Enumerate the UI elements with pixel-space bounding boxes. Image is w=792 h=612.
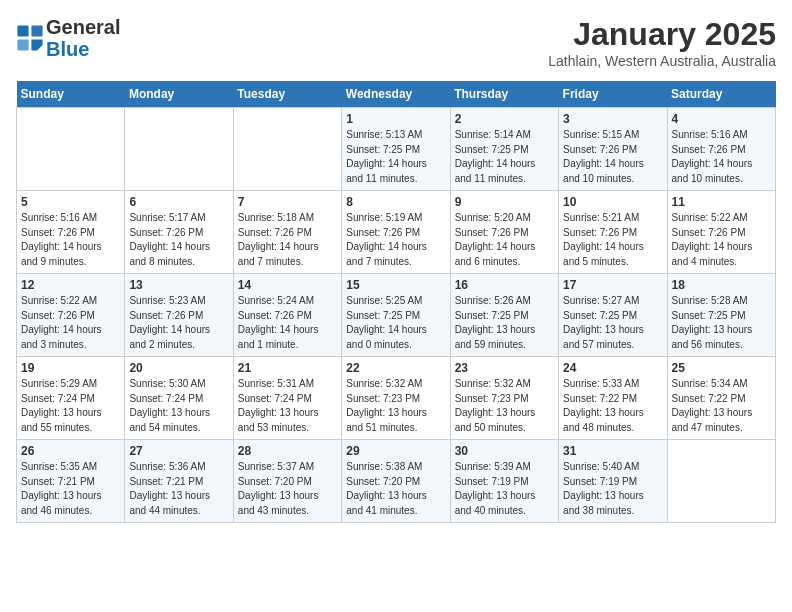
calendar-week-5: 26Sunrise: 5:35 AMSunset: 7:21 PMDayligh… xyxy=(17,440,776,523)
logo-blue-text: Blue xyxy=(46,38,89,60)
calendar-cell: 17Sunrise: 5:27 AMSunset: 7:25 PMDayligh… xyxy=(559,274,667,357)
calendar-cell xyxy=(17,108,125,191)
day-info: Sunrise: 5:32 AMSunset: 7:23 PMDaylight:… xyxy=(346,377,445,435)
day-info: Sunrise: 5:13 AMSunset: 7:25 PMDaylight:… xyxy=(346,128,445,186)
calendar-cell: 13Sunrise: 5:23 AMSunset: 7:26 PMDayligh… xyxy=(125,274,233,357)
day-number: 27 xyxy=(129,444,228,458)
calendar-cell: 19Sunrise: 5:29 AMSunset: 7:24 PMDayligh… xyxy=(17,357,125,440)
day-info: Sunrise: 5:35 AMSunset: 7:21 PMDaylight:… xyxy=(21,460,120,518)
day-info: Sunrise: 5:28 AMSunset: 7:25 PMDaylight:… xyxy=(672,294,771,352)
weekday-header-saturday: Saturday xyxy=(667,81,775,108)
calendar-cell: 26Sunrise: 5:35 AMSunset: 7:21 PMDayligh… xyxy=(17,440,125,523)
day-number: 19 xyxy=(21,361,120,375)
day-info: Sunrise: 5:22 AMSunset: 7:26 PMDaylight:… xyxy=(21,294,120,352)
calendar-cell: 15Sunrise: 5:25 AMSunset: 7:25 PMDayligh… xyxy=(342,274,450,357)
day-info: Sunrise: 5:25 AMSunset: 7:25 PMDaylight:… xyxy=(346,294,445,352)
day-number: 20 xyxy=(129,361,228,375)
calendar-cell: 9Sunrise: 5:20 AMSunset: 7:26 PMDaylight… xyxy=(450,191,558,274)
day-number: 1 xyxy=(346,112,445,126)
day-number: 6 xyxy=(129,195,228,209)
calendar-week-4: 19Sunrise: 5:29 AMSunset: 7:24 PMDayligh… xyxy=(17,357,776,440)
day-info: Sunrise: 5:19 AMSunset: 7:26 PMDaylight:… xyxy=(346,211,445,269)
calendar-cell: 6Sunrise: 5:17 AMSunset: 7:26 PMDaylight… xyxy=(125,191,233,274)
calendar-cell: 12Sunrise: 5:22 AMSunset: 7:26 PMDayligh… xyxy=(17,274,125,357)
calendar-cell: 18Sunrise: 5:28 AMSunset: 7:25 PMDayligh… xyxy=(667,274,775,357)
day-info: Sunrise: 5:15 AMSunset: 7:26 PMDaylight:… xyxy=(563,128,662,186)
day-number: 2 xyxy=(455,112,554,126)
day-info: Sunrise: 5:38 AMSunset: 7:20 PMDaylight:… xyxy=(346,460,445,518)
calendar-cell: 10Sunrise: 5:21 AMSunset: 7:26 PMDayligh… xyxy=(559,191,667,274)
calendar-cell: 31Sunrise: 5:40 AMSunset: 7:19 PMDayligh… xyxy=(559,440,667,523)
day-info: Sunrise: 5:22 AMSunset: 7:26 PMDaylight:… xyxy=(672,211,771,269)
day-info: Sunrise: 5:39 AMSunset: 7:19 PMDaylight:… xyxy=(455,460,554,518)
location-title: Lathlain, Western Australia, Australia xyxy=(548,53,776,69)
month-title: January 2025 xyxy=(548,16,776,53)
logo: General Blue xyxy=(16,16,120,60)
day-number: 10 xyxy=(563,195,662,209)
day-number: 28 xyxy=(238,444,337,458)
day-number: 25 xyxy=(672,361,771,375)
day-number: 14 xyxy=(238,278,337,292)
weekday-header-row: SundayMondayTuesdayWednesdayThursdayFrid… xyxy=(17,81,776,108)
day-number: 8 xyxy=(346,195,445,209)
calendar-cell: 30Sunrise: 5:39 AMSunset: 7:19 PMDayligh… xyxy=(450,440,558,523)
calendar-cell: 11Sunrise: 5:22 AMSunset: 7:26 PMDayligh… xyxy=(667,191,775,274)
calendar-cell: 5Sunrise: 5:16 AMSunset: 7:26 PMDaylight… xyxy=(17,191,125,274)
calendar-week-3: 12Sunrise: 5:22 AMSunset: 7:26 PMDayligh… xyxy=(17,274,776,357)
day-info: Sunrise: 5:27 AMSunset: 7:25 PMDaylight:… xyxy=(563,294,662,352)
title-block: January 2025 Lathlain, Western Australia… xyxy=(548,16,776,69)
day-number: 26 xyxy=(21,444,120,458)
calendar-cell: 22Sunrise: 5:32 AMSunset: 7:23 PMDayligh… xyxy=(342,357,450,440)
day-number: 11 xyxy=(672,195,771,209)
calendar-cell: 29Sunrise: 5:38 AMSunset: 7:20 PMDayligh… xyxy=(342,440,450,523)
day-info: Sunrise: 5:23 AMSunset: 7:26 PMDaylight:… xyxy=(129,294,228,352)
day-number: 18 xyxy=(672,278,771,292)
day-number: 22 xyxy=(346,361,445,375)
svg-rect-0 xyxy=(17,25,28,36)
calendar-cell: 23Sunrise: 5:32 AMSunset: 7:23 PMDayligh… xyxy=(450,357,558,440)
day-info: Sunrise: 5:32 AMSunset: 7:23 PMDaylight:… xyxy=(455,377,554,435)
svg-rect-1 xyxy=(31,25,42,36)
day-info: Sunrise: 5:30 AMSunset: 7:24 PMDaylight:… xyxy=(129,377,228,435)
day-info: Sunrise: 5:37 AMSunset: 7:20 PMDaylight:… xyxy=(238,460,337,518)
weekday-header-sunday: Sunday xyxy=(17,81,125,108)
calendar-cell: 24Sunrise: 5:33 AMSunset: 7:22 PMDayligh… xyxy=(559,357,667,440)
day-info: Sunrise: 5:14 AMSunset: 7:25 PMDaylight:… xyxy=(455,128,554,186)
calendar-cell: 4Sunrise: 5:16 AMSunset: 7:26 PMDaylight… xyxy=(667,108,775,191)
logo-general-text: General xyxy=(46,16,120,38)
logo-icon xyxy=(16,24,44,52)
page-header: General Blue January 2025 Lathlain, West… xyxy=(16,16,776,69)
day-info: Sunrise: 5:31 AMSunset: 7:24 PMDaylight:… xyxy=(238,377,337,435)
day-info: Sunrise: 5:17 AMSunset: 7:26 PMDaylight:… xyxy=(129,211,228,269)
day-number: 21 xyxy=(238,361,337,375)
day-info: Sunrise: 5:29 AMSunset: 7:24 PMDaylight:… xyxy=(21,377,120,435)
calendar-cell: 27Sunrise: 5:36 AMSunset: 7:21 PMDayligh… xyxy=(125,440,233,523)
calendar-cell: 28Sunrise: 5:37 AMSunset: 7:20 PMDayligh… xyxy=(233,440,341,523)
day-info: Sunrise: 5:26 AMSunset: 7:25 PMDaylight:… xyxy=(455,294,554,352)
calendar-cell xyxy=(233,108,341,191)
calendar-cell: 20Sunrise: 5:30 AMSunset: 7:24 PMDayligh… xyxy=(125,357,233,440)
day-info: Sunrise: 5:21 AMSunset: 7:26 PMDaylight:… xyxy=(563,211,662,269)
weekday-header-tuesday: Tuesday xyxy=(233,81,341,108)
weekday-header-monday: Monday xyxy=(125,81,233,108)
day-number: 9 xyxy=(455,195,554,209)
calendar-cell xyxy=(667,440,775,523)
calendar-week-2: 5Sunrise: 5:16 AMSunset: 7:26 PMDaylight… xyxy=(17,191,776,274)
svg-rect-2 xyxy=(17,39,28,50)
calendar-cell: 14Sunrise: 5:24 AMSunset: 7:26 PMDayligh… xyxy=(233,274,341,357)
day-number: 5 xyxy=(21,195,120,209)
day-number: 24 xyxy=(563,361,662,375)
calendar-cell: 25Sunrise: 5:34 AMSunset: 7:22 PMDayligh… xyxy=(667,357,775,440)
day-info: Sunrise: 5:36 AMSunset: 7:21 PMDaylight:… xyxy=(129,460,228,518)
day-number: 4 xyxy=(672,112,771,126)
day-info: Sunrise: 5:20 AMSunset: 7:26 PMDaylight:… xyxy=(455,211,554,269)
day-info: Sunrise: 5:16 AMSunset: 7:26 PMDaylight:… xyxy=(21,211,120,269)
weekday-header-thursday: Thursday xyxy=(450,81,558,108)
day-number: 29 xyxy=(346,444,445,458)
logo-text: General Blue xyxy=(46,16,120,60)
day-info: Sunrise: 5:40 AMSunset: 7:19 PMDaylight:… xyxy=(563,460,662,518)
day-number: 16 xyxy=(455,278,554,292)
day-info: Sunrise: 5:33 AMSunset: 7:22 PMDaylight:… xyxy=(563,377,662,435)
day-number: 17 xyxy=(563,278,662,292)
day-number: 3 xyxy=(563,112,662,126)
